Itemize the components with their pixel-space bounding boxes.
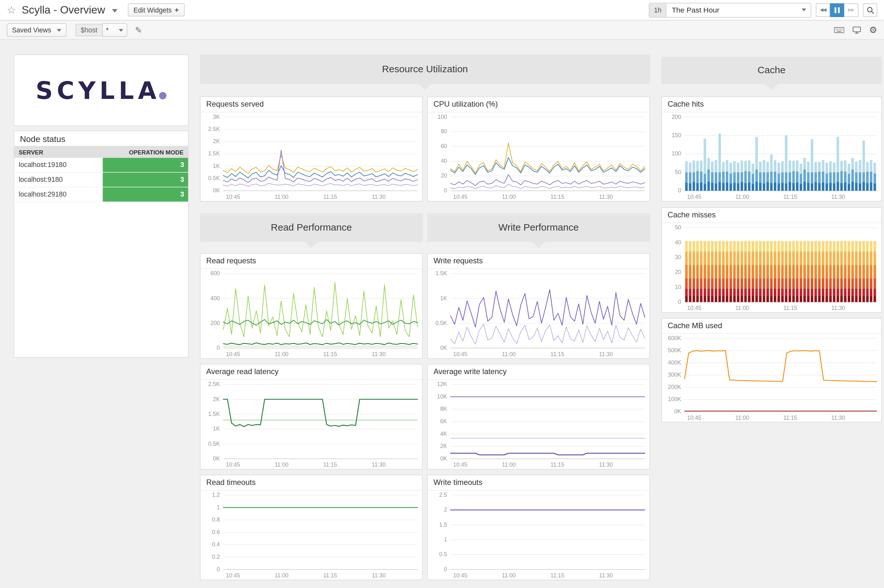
svg-text:0.6: 0.6 bbox=[212, 529, 220, 536]
keyboard-shortcuts-icon[interactable] bbox=[834, 26, 844, 34]
group-title: Cache bbox=[758, 65, 785, 76]
playback-controls: ◀◀ ▶▶ bbox=[816, 3, 858, 17]
svg-text:11:00: 11:00 bbox=[735, 415, 749, 421]
zoom-magnifier-button[interactable] bbox=[863, 3, 877, 17]
chart-title: CPU utilization (%) bbox=[428, 97, 649, 112]
svg-text:20: 20 bbox=[441, 172, 447, 179]
edit-widgets-button[interactable]: Edit Widgets + bbox=[128, 3, 185, 17]
svg-text:500K: 500K bbox=[668, 347, 681, 354]
svg-text:10:45: 10:45 bbox=[226, 351, 240, 357]
svg-text:40: 40 bbox=[675, 239, 681, 246]
svg-text:0K: 0K bbox=[440, 345, 447, 351]
chart-title: Write requests bbox=[428, 254, 649, 269]
chart-cache-mb-used: Cache MB used 0K100K200K300K400K500K600K… bbox=[661, 318, 882, 422]
edit-pencil-icon[interactable]: ✎ bbox=[135, 25, 142, 35]
svg-text:11:30: 11:30 bbox=[599, 194, 613, 200]
chart-title: Cache MB used bbox=[662, 319, 881, 334]
pause-bar-icon bbox=[838, 7, 839, 13]
chart-plot-area[interactable]: 02040608010010:4511:0011:1511:30 bbox=[428, 112, 649, 201]
svg-text:1.5: 1.5 bbox=[439, 522, 447, 528]
svg-text:8K: 8K bbox=[440, 406, 447, 412]
svg-text:11:15: 11:15 bbox=[550, 462, 564, 468]
svg-text:0.4: 0.4 bbox=[212, 541, 220, 548]
svg-text:11:30: 11:30 bbox=[831, 194, 845, 200]
svg-text:80: 80 bbox=[441, 128, 447, 135]
svg-text:2.5K: 2.5K bbox=[208, 381, 220, 387]
saved-views-dropdown[interactable]: Saved Views bbox=[7, 23, 66, 37]
node-status-card: Node status SERVER OPERATION MODE localh… bbox=[14, 131, 189, 358]
svg-text:0: 0 bbox=[678, 298, 681, 305]
pause-button[interactable] bbox=[830, 3, 844, 17]
svg-text:1.5K: 1.5K bbox=[208, 150, 220, 157]
svg-text:3K: 3K bbox=[213, 114, 220, 120]
title-dropdown-chevron-icon[interactable] bbox=[112, 9, 117, 12]
svg-text:0.5K: 0.5K bbox=[435, 320, 447, 326]
chart-plot-area[interactable]: 0K0.5K1K1.5K2K2.5K3K10:4511:0011:1511:30 bbox=[200, 112, 422, 201]
svg-text:11:30: 11:30 bbox=[372, 194, 386, 200]
svg-text:11:15: 11:15 bbox=[783, 305, 797, 311]
rewind-button[interactable]: ◀◀ bbox=[816, 3, 830, 17]
node-status-header-row: SERVER OPERATION MODE bbox=[14, 146, 188, 158]
chart-title: Average read latency bbox=[200, 364, 422, 380]
table-row: localhost:91803 bbox=[14, 172, 188, 187]
svg-text:11:30: 11:30 bbox=[599, 572, 613, 579]
svg-text:11:15: 11:15 bbox=[550, 194, 564, 200]
svg-text:11:30: 11:30 bbox=[599, 462, 613, 468]
chart-plot-area[interactable]: 0K0.5K1K1.5K10:4511:0011:1511:30 bbox=[428, 269, 649, 358]
svg-text:10:45: 10:45 bbox=[226, 194, 240, 200]
group-header-read-performance[interactable]: Read Performance bbox=[200, 213, 422, 242]
svg-text:11:00: 11:00 bbox=[502, 194, 516, 200]
svg-text:4K: 4K bbox=[440, 430, 447, 437]
chart-plot-area[interactable]: 0K2K4K6K8K10K12K10:4511:0011:1511:30 bbox=[428, 380, 649, 469]
svg-text:11:15: 11:15 bbox=[323, 572, 337, 579]
chart-plot-area[interactable]: 00.511.522.510:4511:0011:1511:30 bbox=[428, 491, 649, 580]
favorite-star-icon[interactable]: ☆ bbox=[7, 5, 16, 15]
svg-text:11:30: 11:30 bbox=[372, 462, 386, 468]
svg-text:400K: 400K bbox=[668, 359, 681, 366]
timeframe-selector[interactable]: 1h The Past Hour bbox=[649, 3, 811, 17]
forward-button[interactable]: ▶▶ bbox=[844, 3, 858, 17]
svg-text:10:45: 10:45 bbox=[453, 351, 467, 357]
chart-plot-area[interactable]: 020040060010:4511:0011:1511:30 bbox=[200, 269, 422, 358]
svg-text:11:30: 11:30 bbox=[831, 415, 845, 421]
chart-average-read-latency: Average read latency 0K0.5K1K1.5K2K2.5K1… bbox=[200, 364, 422, 470]
template-variable-group: $host * bbox=[75, 23, 127, 37]
svg-text:11:30: 11:30 bbox=[372, 351, 386, 357]
svg-text:60: 60 bbox=[441, 143, 447, 149]
svg-text:600K: 600K bbox=[668, 335, 681, 341]
chart-plot-area[interactable]: 0K0.5K1K1.5K2K2.5K10:4511:0011:1511:30 bbox=[200, 380, 422, 469]
timeframe-label: The Past Hour bbox=[666, 6, 798, 15]
group-header-resource-utilization[interactable]: Resource Utilization bbox=[200, 55, 650, 84]
svg-text:1K: 1K bbox=[213, 163, 220, 169]
svg-text:11:00: 11:00 bbox=[502, 351, 516, 357]
chart-plot-area[interactable]: 0K100K200K300K400K500K600K10:4511:0011:1… bbox=[662, 334, 881, 422]
host-variable-label: $host bbox=[75, 24, 102, 36]
svg-text:11:00: 11:00 bbox=[275, 194, 289, 200]
operation-mode-bar: 3 bbox=[103, 172, 188, 187]
column-header-operation-mode: OPERATION MODE bbox=[103, 148, 188, 155]
node-status-rows: localhost:191803localhost:91803localhost… bbox=[14, 158, 188, 202]
svg-text:200K: 200K bbox=[668, 384, 681, 390]
timeframe-badge: 1h bbox=[649, 3, 667, 17]
operation-mode-bar: 3 bbox=[103, 158, 188, 172]
group-title: Resource Utilization bbox=[382, 64, 468, 75]
group-header-cache[interactable]: Cache bbox=[661, 57, 882, 84]
svg-text:11:15: 11:15 bbox=[323, 462, 337, 468]
chart-title: Average write latency bbox=[428, 364, 649, 380]
host-variable-dropdown[interactable]: * bbox=[102, 23, 127, 37]
svg-text:300K: 300K bbox=[668, 372, 681, 378]
svg-text:50: 50 bbox=[675, 224, 681, 231]
chart-cache-misses: Cache misses 0102030405010:4511:0011:151… bbox=[661, 207, 882, 313]
settings-gear-icon[interactable]: ⚙ bbox=[869, 26, 877, 34]
server-cell: localhost:9180 bbox=[14, 172, 103, 187]
chart-plot-area[interactable]: 05010015020010:4511:0011:1511:30 bbox=[662, 112, 881, 201]
tv-mode-icon[interactable] bbox=[852, 26, 861, 34]
chart-plot-area[interactable]: 0102030405010:4511:0011:1511:30 bbox=[662, 223, 881, 312]
chart-write-timeouts: Write timeouts 00.511.522.510:4511:0011:… bbox=[427, 475, 650, 580]
svg-text:0.5: 0.5 bbox=[439, 551, 447, 558]
svg-text:11:15: 11:15 bbox=[783, 194, 797, 200]
chart-average-write-latency: Average write latency 0K2K4K6K8K10K12K10… bbox=[427, 364, 650, 470]
chart-plot-area[interactable]: 00.20.40.60.811.210:4511:0011:1511:30 bbox=[200, 491, 422, 580]
group-header-write-performance[interactable]: Write Performance bbox=[427, 213, 650, 242]
svg-text:0: 0 bbox=[444, 566, 447, 573]
